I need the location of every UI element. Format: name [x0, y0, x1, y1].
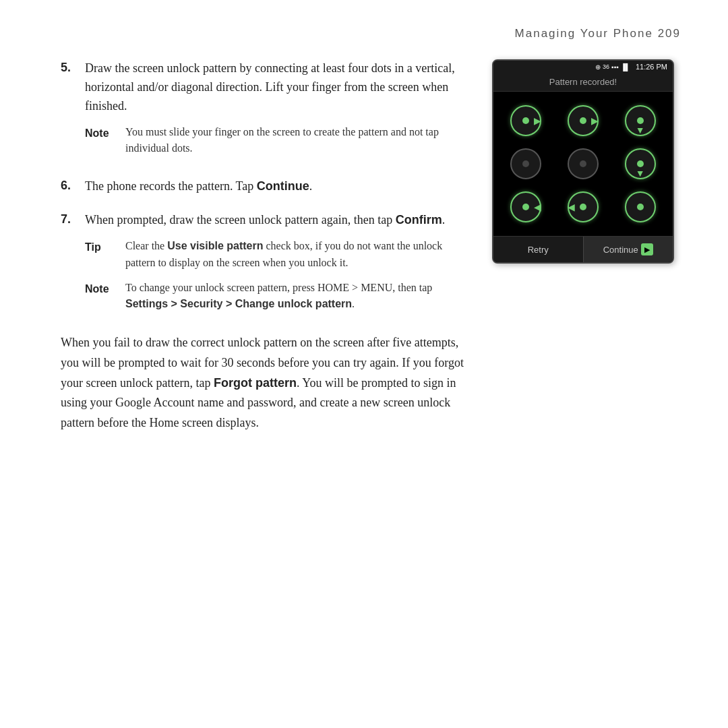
pattern-container: ▶ ▶ ▼: [493, 92, 673, 236]
status-icons: ⊕ 36 ▪▪▪ ▐▌: [595, 63, 630, 71]
step-7-tip-label: Tip: [85, 238, 125, 272]
step-7-note: Note To change your unlock screen patter…: [85, 280, 472, 313]
step-7-text-part2: .: [442, 213, 446, 226]
step-7-text-part1: When prompted, draw the screen unlock pa…: [85, 213, 396, 226]
note-bold: Settings > Security > Change unlock patt…: [125, 298, 352, 309]
arrow-down-6: ▼: [636, 169, 645, 179]
step-5-number: 5.: [61, 59, 85, 75]
dot-4: [510, 148, 541, 179]
dot-1: ▶: [510, 105, 541, 136]
step-5-content: Draw the screen unlock pattern by connec…: [85, 59, 472, 162]
battery-icon: ▐▌: [621, 63, 630, 71]
arrow-right-7: ◀: [534, 202, 541, 213]
step-5-note-text: You must slide your finger on the screen…: [125, 124, 472, 158]
step-7-bold: Confirm: [396, 213, 442, 226]
step-5-note-label: Note: [85, 124, 125, 158]
pattern-grid: ▶ ▶ ▼: [493, 92, 673, 236]
tip-text-part1: Clear the: [125, 240, 167, 251]
step-5-text: Draw the screen unlock pattern by connec…: [85, 61, 455, 113]
step-7-note-label: Note: [85, 280, 125, 313]
dot-7: ◀: [510, 191, 541, 222]
continue-button[interactable]: Continue ▶: [584, 237, 673, 262]
page-header-text: Managing Your Phone 209: [515, 27, 681, 40]
step-6-text-part1: The phone records the pattern. Tap: [85, 179, 257, 193]
dot-5: [568, 148, 599, 179]
continue-arrow-icon: ▶: [641, 243, 653, 255]
content-area: 5. Draw the screen unlock pattern by con…: [61, 59, 681, 433]
dot-2: ▶: [568, 105, 599, 136]
dot-9: [625, 191, 656, 222]
phone-status-bar: ⊕ 36 ▪▪▪ ▐▌ 11:26 PM: [493, 61, 673, 73]
step-6-content: The phone records the pattern. Tap Conti…: [85, 177, 472, 196]
arrow-right-2: ▶: [591, 115, 599, 127]
retry-button[interactable]: Retry: [493, 237, 583, 262]
signal-icon: ▪▪▪: [611, 63, 619, 71]
step-7-tip-content: Clear the Use visible pattern check box,…: [125, 238, 472, 272]
step-6-number: 6.: [61, 177, 85, 193]
arrow-down-3: ▼: [636, 125, 645, 136]
note-text-part1: To change your unlock screen pattern, pr…: [125, 282, 432, 293]
text-column: 5. Draw the screen unlock pattern by con…: [61, 59, 472, 433]
dot-8: ◀: [568, 191, 599, 222]
dot-3: ▼: [625, 105, 656, 136]
step-5-note: Note You must slide your finger on the s…: [85, 124, 472, 158]
bottom-paragraph: When you fail to draw the correct unlock…: [61, 333, 472, 433]
note-text-part2: .: [352, 298, 355, 309]
status-time: 11:26 PM: [636, 63, 667, 71]
para-bold1: Forgot pattern: [214, 376, 297, 390]
page-header: Managing Your Phone 209: [61, 27, 681, 40]
network-icon: 36: [603, 63, 609, 70]
step-7-note-content: To change your unlock screen pattern, pr…: [125, 280, 472, 313]
phone-screenshot: ⊕ 36 ▪▪▪ ▐▌ 11:26 PM Pattern recorded!: [492, 59, 681, 433]
step-6-text-part2: .: [309, 179, 313, 193]
dot-6: ▼: [625, 148, 656, 179]
step-6-bold: Continue: [257, 179, 309, 193]
step-5: 5. Draw the screen unlock pattern by con…: [61, 59, 472, 162]
step-7-tip: Tip Clear the Use visible pattern check …: [85, 238, 472, 272]
phone-screen: ⊕ 36 ▪▪▪ ▐▌ 11:26 PM Pattern recorded!: [492, 59, 674, 264]
step-7: 7. When prompted, draw the screen unlock…: [61, 211, 472, 318]
arrow-left-8: ◀: [568, 202, 575, 213]
phone-buttons: Retry Continue ▶: [493, 236, 673, 262]
tip-bold: Use visible pattern: [167, 240, 263, 251]
page-container: Managing Your Phone 209 5. Draw the scre…: [0, 0, 728, 728]
step-6: 6. The phone records the pattern. Tap Co…: [61, 177, 472, 196]
phone-message: Pattern recorded!: [493, 73, 673, 92]
wifi-icon: ⊕: [595, 63, 601, 71]
step-7-content: When prompted, draw the screen unlock pa…: [85, 211, 472, 318]
step-7-number: 7.: [61, 211, 85, 226]
arrow-right-1: ▶: [534, 115, 541, 127]
